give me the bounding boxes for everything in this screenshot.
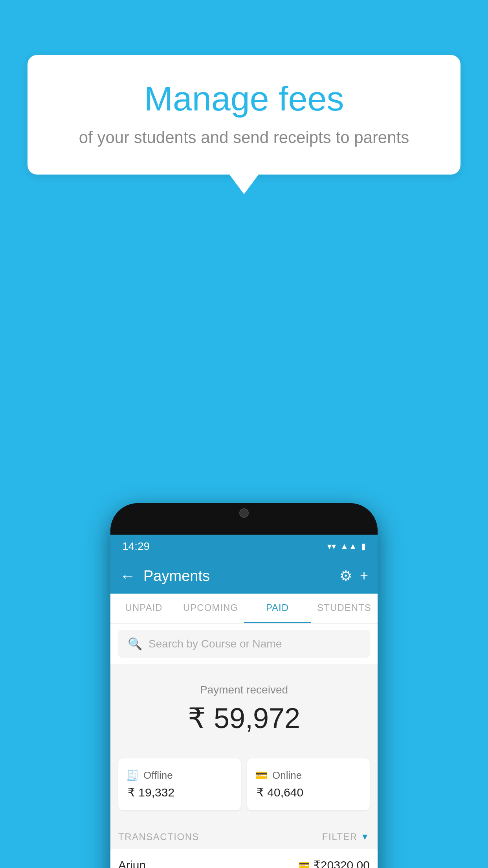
offline-label: Offline [143,769,173,782]
offline-icon: 🧾 [126,769,139,782]
online-card: 💳 Online ₹ 40,640 [247,758,370,810]
settings-icon[interactable]: ⚙ [339,568,352,584]
payment-received-label: Payment received [118,684,370,696]
offline-amount: ₹ 19,332 [126,785,233,799]
payment-summary: Payment received ₹ 59,972 [110,664,378,758]
status-time: 14:29 [122,540,150,553]
phone-top [110,503,378,535]
tab-paid[interactable]: PAID [244,594,311,623]
search-container: 🔍 Search by Course or Name [110,623,378,664]
search-bar[interactable]: 🔍 Search by Course or Name [118,630,370,658]
tab-students[interactable]: STUDENTS [311,594,378,623]
manage-fees-title: Manage fees [59,79,429,119]
transaction-row[interactable]: Arjun 💳 ₹20320.00 Physics Batch 12 Insta… [110,849,378,868]
wifi-icon: ▾▾ [327,541,336,552]
filter-button[interactable]: FILTER ▼ [322,831,370,842]
phone-frame: 14:29 ▾▾ ▲▲ ▮ ← Payments ⚙ + UNPAID UPCO… [110,503,378,868]
status-bar: 14:29 ▾▾ ▲▲ ▮ [110,535,378,558]
manage-fees-subtitle: of your students and send receipts to pa… [59,128,429,147]
tab-unpaid[interactable]: UNPAID [110,594,177,623]
add-icon[interactable]: + [360,568,368,584]
online-label: Online [272,769,302,782]
search-icon: 🔍 [128,637,142,651]
payment-cards: 🧾 Offline ₹ 19,332 💳 Online ₹ 40,640 [110,758,378,822]
battery-icon: ▮ [361,541,366,552]
speech-bubble-container: Manage fees of your students and send re… [28,55,460,175]
transactions-label: TRANSACTIONS [118,831,199,842]
header-actions: ⚙ + [339,568,368,584]
online-icon: 💳 [255,769,268,782]
filter-label: FILTER [322,831,358,842]
filter-icon: ▼ [361,832,370,842]
phone-camera [239,508,249,518]
status-icons: ▾▾ ▲▲ ▮ [327,541,366,552]
payment-amount: ₹ 59,972 [118,702,370,735]
signal-icon: ▲▲ [340,541,357,552]
back-button[interactable]: ← [120,567,136,585]
transaction-name: Arjun [118,859,146,868]
transaction-type-icon: 💳 [299,860,309,868]
speech-bubble: Manage fees of your students and send re… [28,55,460,175]
online-amount: ₹ 40,640 [255,785,362,799]
app-header: ← Payments ⚙ + [110,558,378,594]
search-placeholder: Search by Course or Name [149,638,282,650]
transaction-amount: ₹20320.00 [313,858,370,868]
transaction-amount-row: 💳 ₹20320.00 [299,858,370,868]
phone-content: 🔍 Search by Course or Name Payment recei… [110,623,378,868]
tabs: UNPAID UPCOMING PAID STUDENTS [110,594,378,623]
offline-card: 🧾 Offline ₹ 19,332 [118,758,241,810]
transactions-header: TRANSACTIONS FILTER ▼ [110,822,378,849]
tab-upcoming[interactable]: UPCOMING [177,594,244,623]
page-title: Payments [143,568,339,585]
phone-notch [213,503,275,523]
